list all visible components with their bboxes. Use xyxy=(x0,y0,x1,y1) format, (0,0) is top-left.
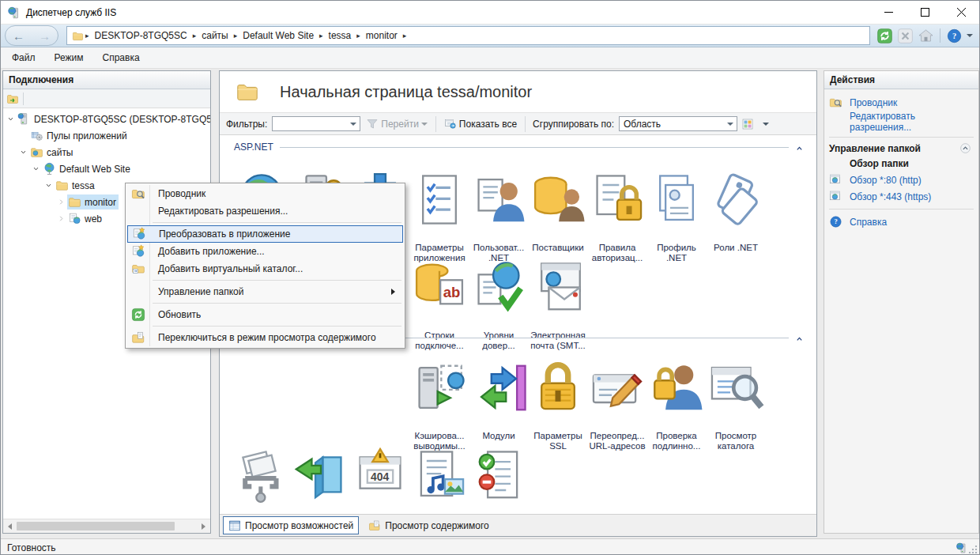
tree-node[interactable]: monitor xyxy=(67,194,119,210)
menu-item[interactable]: Редактировать разрешения... xyxy=(127,202,403,220)
feature-label: Профиль .NET xyxy=(647,243,706,263)
feature-tile[interactable]: Сопостав... обработч... xyxy=(292,432,350,514)
feature-tile[interactable]: Параметры приложения xyxy=(410,157,469,240)
tree-node[interactable]: сайты xyxy=(29,145,76,160)
expander-open-icon[interactable] xyxy=(32,164,40,173)
content-view-icon xyxy=(131,330,145,345)
feature-tile[interactable]: Уровни довер... xyxy=(469,244,528,328)
breadcrumb-item[interactable]: tessa xyxy=(324,30,356,41)
ssl-icon xyxy=(529,347,587,429)
breadcrumb-item[interactable]: DESKTOP-8TGQ5SC xyxy=(90,30,192,41)
breadcrumb[interactable]: ▸DESKTOP-8TGQ5SC▸сайты▸Default Web Site▸… xyxy=(66,26,870,45)
expander-open-icon[interactable] xyxy=(6,115,15,123)
svg-text:?: ? xyxy=(834,217,837,225)
feature-tile[interactable]: Пользоват... .NET xyxy=(469,157,528,240)
expander-open-icon[interactable] xyxy=(19,148,28,157)
stop-button[interactable] xyxy=(897,28,914,44)
help-dropdown-caret[interactable] xyxy=(967,34,973,37)
tree-horizontal-scrollbar[interactable] xyxy=(3,519,210,533)
tab-features-view[interactable]: Просмотр возможностей xyxy=(223,516,359,534)
feature-tile[interactable]: abСтроки подключе... xyxy=(410,244,469,328)
menu-item[interactable]: Переключиться в режим просмотра содержим… xyxy=(127,329,403,346)
action-browse-http[interactable]: Обзор *:80 (http) xyxy=(829,172,975,188)
tree-node[interactable]: tessa xyxy=(55,178,97,193)
webapp-icon xyxy=(68,212,81,225)
feature-tile[interactable]: Электронная почта (SMT... xyxy=(529,244,587,328)
feature-tile[interactable]: Кэширова... выводимы... xyxy=(410,345,469,429)
maximize-button[interactable] xyxy=(906,1,943,24)
view-mode-button[interactable] xyxy=(741,115,760,133)
menu-item[interactable]: Преобразовать в приложение xyxy=(127,225,403,243)
menu-item[interactable]: Обновить xyxy=(127,306,403,323)
status-text: Готовность xyxy=(7,542,56,553)
menu-item[interactable]: Проводник xyxy=(127,185,403,202)
minimize-button[interactable] xyxy=(870,1,906,24)
feature-tile[interactable]: Роли .NET xyxy=(707,157,765,240)
new-connection-icon[interactable] xyxy=(6,92,19,105)
breadcrumb-item[interactable]: monitor xyxy=(361,30,402,41)
tree-item-desktop-8tgq5sc[interactable]: DESKTOP-8TGQ5SC (DESKTOP-8TGQ5SC\в xyxy=(3,111,210,127)
action-help[interactable]: ? Справка xyxy=(829,213,975,230)
compression-icon xyxy=(232,435,291,514)
error-pages-icon: 404 xyxy=(351,435,409,514)
go-button[interactable]: Перейти xyxy=(364,118,430,130)
scroll-left-arrow[interactable] xyxy=(8,523,12,530)
feature-tile[interactable]: Типы MIME xyxy=(410,432,469,514)
view-mode-caret[interactable] xyxy=(763,123,769,126)
feature-tile[interactable]: Правила авторизац... xyxy=(588,157,646,240)
tree-item-пулы[interactable]: Пулы приложений xyxy=(3,127,210,144)
collapse-chevron-icon[interactable] xyxy=(795,144,804,150)
resize-grip[interactable] xyxy=(968,545,978,554)
feature-tile[interactable]: Параметры SSL xyxy=(529,345,587,429)
actions-divider xyxy=(829,137,974,138)
menu-separator xyxy=(153,303,401,304)
feature-tile[interactable]: Поставщики xyxy=(529,157,587,240)
feature-tile[interactable]: Переопред... URL-адресов xyxy=(588,345,646,429)
feature-tile[interactable]: Сжатие xyxy=(232,432,291,514)
expander-closed-icon[interactable] xyxy=(57,198,66,206)
home-button[interactable] xyxy=(918,28,934,44)
feature-tile[interactable]: Модули xyxy=(469,345,528,429)
scroll-right-arrow[interactable] xyxy=(202,523,205,530)
menu-separator xyxy=(153,222,401,223)
collapse-chevron-icon[interactable] xyxy=(795,334,804,341)
expander-closed-icon[interactable] xyxy=(57,214,66,223)
feature-tile[interactable]: Профиль .NET xyxy=(647,157,706,240)
filters-combo[interactable] xyxy=(272,116,360,131)
action-browse-https[interactable]: Обзор *:443 (https) xyxy=(829,188,975,205)
feature-tile[interactable]: Просмотр каталога xyxy=(707,345,765,429)
menu-режим[interactable]: Режим xyxy=(47,49,92,66)
menu-item[interactable]: Добавить приложение... xyxy=(127,243,403,260)
action-edit-permissions[interactable]: Редактировать разрешения... xyxy=(829,111,975,133)
menu-справка[interactable]: Справка xyxy=(95,49,148,66)
menu-файл[interactable]: Файл xyxy=(4,49,43,66)
menu-item[interactable]: Добавить виртуальный каталог... xyxy=(127,260,403,278)
tree-node[interactable]: Default Web Site xyxy=(42,161,133,176)
tree-item-сайты[interactable]: сайты xyxy=(3,144,210,160)
tree-node[interactable]: DESKTOP-8TGQ5SC (DESKTOP-8TGQ5SC\в xyxy=(17,111,210,126)
scroll-thumb[interactable] xyxy=(17,522,175,530)
help-button[interactable]: ? xyxy=(946,28,963,44)
close-button[interactable] xyxy=(943,1,979,24)
tab-content-view[interactable]: Просмотр содержимого xyxy=(364,517,493,534)
providers-icon xyxy=(529,159,587,240)
tree-node[interactable]: web xyxy=(67,211,104,226)
collapse-button[interactable] xyxy=(959,142,972,155)
feature-tile[interactable]: 404Страницы ошибок xyxy=(351,432,409,514)
breadcrumb-item[interactable]: сайты xyxy=(197,30,233,41)
refresh-button[interactable] xyxy=(876,28,893,44)
action-explorer[interactable]: Проводник xyxy=(829,94,975,111)
feature-tile[interactable]: Фильтрация запросов xyxy=(469,432,528,514)
feature-tile[interactable]: Проверка подлинно... xyxy=(647,345,706,429)
group-by-combo[interactable]: Область xyxy=(619,116,737,131)
menu-item[interactable]: Управление папкой xyxy=(127,283,403,300)
connections-header: Подключения xyxy=(3,71,210,89)
expander-none xyxy=(19,131,28,140)
back-button[interactable]: ← xyxy=(13,30,24,42)
show-all-button[interactable]: Показать все xyxy=(442,118,519,130)
breadcrumb-item[interactable]: Default Web Site xyxy=(238,30,318,41)
tree-item-default[interactable]: Default Web Site xyxy=(3,160,210,177)
expander-open-icon[interactable] xyxy=(44,181,53,190)
forward-button[interactable]: → xyxy=(39,30,51,42)
tree-node[interactable]: Пулы приложений xyxy=(29,128,130,143)
